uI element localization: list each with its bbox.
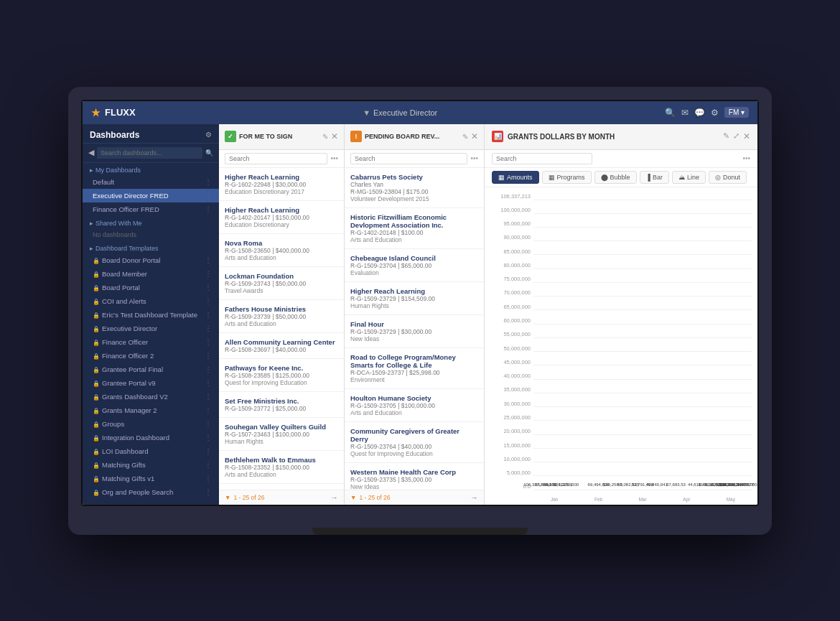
grant-item[interactable]: Historic Fitzwilliam Economic Devlopment…: [345, 208, 484, 249]
edit-icon[interactable]: ✎: [462, 133, 468, 141]
panel2-search-input[interactable]: [350, 153, 467, 164]
sidebar-search-input[interactable]: [97, 147, 202, 159]
dots-icon[interactable]: ⋮: [205, 447, 212, 455]
dots-icon[interactable]: ⋮: [205, 324, 212, 332]
grant-item[interactable]: Lockman Foundation R-G-1509-23743 | $50,…: [219, 267, 344, 300]
close-icon[interactable]: ✕: [471, 131, 478, 141]
dots-icon[interactable]: ⋮: [205, 205, 212, 213]
sidebar-item-coi-alerts[interactable]: 🔒COI and Alerts ⋮: [83, 294, 219, 308]
sidebar-item-matching-gifts[interactable]: 🔒Matching Gifts ⋮: [83, 458, 219, 472]
chart-search-input[interactable]: [492, 153, 592, 164]
grant-item[interactable]: Cabarrus Pets Society Charles Yan R-MG-1…: [345, 168, 484, 208]
sidebar-section-my-dashboards[interactable]: ▸ My Dashboards: [83, 163, 219, 175]
grant-item[interactable]: Higher Reach Learning R-G-1509-23729 | $…: [345, 282, 484, 315]
sidebar-item-grants-manager-2[interactable]: 🔒Grants Manager 2 ⋮: [83, 403, 219, 417]
dots-menu-icon[interactable]: •••: [742, 154, 750, 162]
grant-item[interactable]: Pathways for Keene Inc. R-G-1508-23585 |…: [219, 359, 344, 392]
dots-icon[interactable]: ⋮: [205, 475, 212, 482]
sidebar-item-groups[interactable]: 🔒Groups ⋮: [83, 417, 219, 431]
user-badge[interactable]: FM ▾: [724, 107, 749, 118]
grant-item[interactable]: Higher Reach Learning R-G-1602-22948 | $…: [219, 168, 344, 201]
grant-item[interactable]: Souhegan Valley Quilters Guild R-G-1507-…: [219, 418, 344, 451]
sidebar-item-exec-director-fred[interactable]: Executive Director FRED ⋮: [83, 189, 219, 202]
grant-item[interactable]: Bethlehem Walk to Emmaus R-G-1508-23352 …: [219, 451, 344, 484]
dots-icon[interactable]: ⋮: [205, 284, 212, 291]
dots-icon[interactable]: ⋮: [205, 488, 212, 496]
panel1-content: Higher Reach Learning R-G-1602-22948 | $…: [219, 168, 344, 490]
grant-item[interactable]: Road to College Program/Money Smarts for…: [345, 348, 484, 389]
tab-donut[interactable]: ◎ Donut: [709, 171, 747, 184]
dots-icon[interactable]: ⋮: [205, 256, 212, 264]
grant-item[interactable]: Phippsburg Historical Society Inc. R-G-1…: [219, 484, 344, 490]
dots-icon[interactable]: ⋮: [205, 311, 212, 319]
next-arrow[interactable]: →: [330, 493, 338, 502]
grant-item[interactable]: Set Free Ministries Inc. R-G-1509-23772 …: [219, 392, 344, 418]
collapse-icon[interactable]: ◀: [88, 148, 94, 157]
grant-item[interactable]: Allen Community Learning Center R-G-1508…: [219, 333, 344, 359]
dots-icon[interactable]: ⋮: [205, 434, 212, 442]
grant-item[interactable]: Higher Reach Learning R-G-1402-20147 | $…: [219, 201, 344, 234]
search-icon[interactable]: 🔍: [665, 108, 676, 118]
grant-item[interactable]: Chebeague Island Council R-G-1509-23704 …: [345, 249, 484, 282]
dots-icon[interactable]: ⋮: [205, 461, 212, 469]
settings-icon[interactable]: ⚙: [711, 108, 719, 118]
edit-icon[interactable]: ✎: [723, 131, 729, 141]
close-icon[interactable]: ✕: [331, 131, 338, 141]
sidebar-item-grantee-portal-final[interactable]: 🔒Grantee Portal Final ⋮: [83, 363, 219, 376]
dots-icon[interactable]: ⋮: [205, 406, 212, 414]
dots-icon[interactable]: ⋮: [205, 352, 212, 360]
next-arrow[interactable]: →: [470, 493, 478, 502]
tab-programs[interactable]: ▦ Programs: [542, 171, 592, 184]
sidebar-item-finance-officer-2[interactable]: 🔒Finance Officer 2 ⋮: [83, 349, 219, 363]
tab-bubble[interactable]: ⬤ Bubble: [594, 171, 637, 184]
sidebar-item-grants-dashboard-v2[interactable]: 🔒Grants Dashboard V2 ⋮: [83, 390, 219, 403]
grant-item[interactable]: Fathers House Ministries R-G-1509-23739 …: [219, 300, 344, 333]
dots-icon[interactable]: ⋮: [205, 365, 212, 373]
dots-icon[interactable]: ⋮: [205, 270, 212, 278]
sidebar-item-exec-director[interactable]: 🔒Executive Director ⋮: [83, 322, 219, 335]
fullscreen-icon[interactable]: ⤢: [733, 131, 739, 141]
sidebar-item-board-portal[interactable]: 🔒Board Portal ⋮: [83, 281, 219, 294]
tab-bar[interactable]: ▐ Bar: [640, 171, 669, 184]
dots-icon[interactable]: ⋮: [205, 178, 212, 186]
grant-item[interactable]: Houlton Humane Society R-G-1509-23705 | …: [345, 389, 484, 422]
sidebar-item-board-member[interactable]: 🔒Board Member ⋮: [83, 267, 219, 281]
grant-item[interactable]: Final Hour R-G-1509-23729 | $30,000.00 N…: [345, 315, 484, 348]
sidebar-item-board-donor[interactable]: 🔒Board Donor Portal ⋮: [83, 253, 219, 267]
dots-icon[interactable]: ⋮: [205, 420, 212, 428]
no-dashboards-label: No dashboards: [93, 231, 136, 238]
sidebar-item-loi-dashboard[interactable]: 🔒LOI Dashboard ⋮: [83, 444, 219, 458]
dots-icon[interactable]: ⋮: [205, 297, 212, 305]
amounts-icon: ▦: [498, 174, 505, 181]
sidebar-item-finance-officer-fred[interactable]: Finance Officer FRED ⋮: [83, 202, 219, 216]
sidebar-item-finance-officer[interactable]: 🔒Finance Officer ⋮: [83, 335, 219, 349]
dots-menu-icon[interactable]: •••: [470, 154, 478, 162]
grant-item[interactable]: Nova Roma R-G-1508-23650 | $400,000.00 A…: [219, 234, 344, 267]
dots-menu-icon[interactable]: •••: [330, 154, 338, 162]
chat-icon[interactable]: 💬: [694, 108, 705, 118]
sidebar-item-eric-test[interactable]: 🔒Eric's Test Dashboard Template ⋮: [83, 308, 219, 322]
dots-icon[interactable]: ⋮: [205, 192, 212, 200]
tab-line[interactable]: ⛰ Line: [672, 171, 706, 184]
gear-icon[interactable]: ⚙: [205, 131, 212, 139]
sidebar-item-org-people-search[interactable]: 🔒Org and People Search ⋮: [83, 485, 219, 499]
edit-icon[interactable]: ✎: [322, 133, 328, 141]
sidebar-item-integration-dashboard[interactable]: 🔒Integration Dashboard ⋮: [83, 431, 219, 444]
close-icon[interactable]: ✕: [743, 131, 750, 141]
grant-item[interactable]: Community Caregivers of Greater Derry R-…: [345, 422, 484, 463]
search-icon[interactable]: 🔍: [205, 149, 213, 157]
sidebar-item-grantee-portal-v9[interactable]: 🔒Grantee Portal v9 ⋮: [83, 376, 219, 390]
dots-icon[interactable]: ⋮: [205, 393, 212, 401]
sidebar-section-templates[interactable]: ▸ Dashboard Templates: [83, 241, 219, 253]
sidebar-item-default[interactable]: Default ⋮: [83, 175, 219, 189]
dots-icon[interactable]: ⋮: [205, 379, 212, 387]
panel1-search-input[interactable]: [225, 153, 327, 164]
x-axis-label: Apr: [666, 497, 707, 502]
bubble-icon: ⬤: [601, 174, 608, 181]
sidebar-section-shared[interactable]: ▸ Shared With Me: [83, 216, 219, 228]
tab-amounts[interactable]: ▦ Amounts: [492, 171, 539, 184]
dots-icon[interactable]: ⋮: [205, 338, 212, 346]
sidebar-item-matching-gifts-v1[interactable]: 🔒Matching Gifts v1 ⋮: [83, 472, 219, 485]
grant-item[interactable]: Western Maine Health Care Corp R-G-1509-…: [345, 463, 484, 490]
mail-icon[interactable]: ✉: [681, 108, 689, 118]
